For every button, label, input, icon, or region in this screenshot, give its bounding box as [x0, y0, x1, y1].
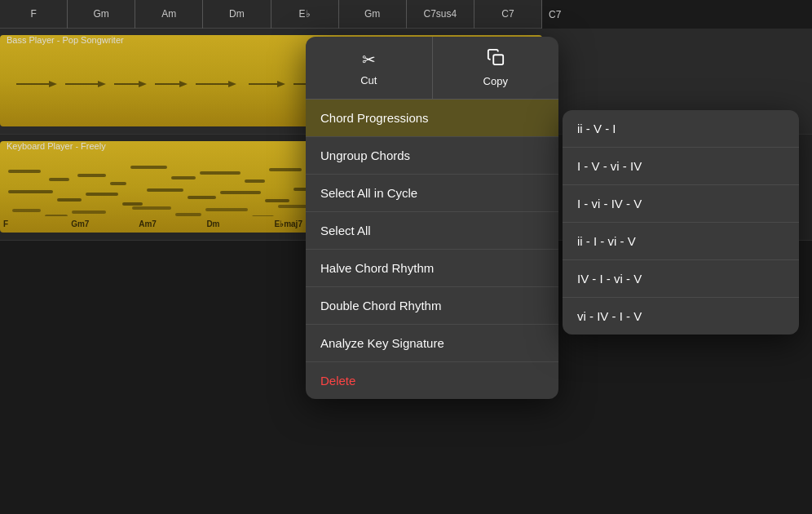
kb-chord-am7: Am7	[135, 219, 203, 228]
menu-item-double-chord-rhythm[interactable]: Double Chord Rhythm	[306, 287, 558, 325]
submenu-label-5: IV - I - vi - V	[577, 272, 642, 286]
ungroup-chords-label: Ungroup Chords	[320, 148, 410, 162]
kb-chord-dm: Dm	[203, 219, 271, 228]
submenu-label-4: ii - I - vi - V	[577, 234, 636, 248]
chord-progressions-label: Chord Progressions	[320, 111, 429, 125]
submenu-item-1[interactable]: ii - V - I	[563, 110, 799, 148]
submenu-item-2[interactable]: I - V - vi - IV	[563, 148, 799, 185]
kb-chord-f: F	[0, 219, 68, 228]
menu-item-chord-progressions[interactable]: Chord Progressions	[306, 100, 558, 137]
bass-track-label: Bass Player - Pop Songwriter	[7, 35, 124, 45]
chord-gm: Gm	[68, 0, 135, 29]
svg-rect-39	[188, 196, 216, 199]
svg-rect-40	[220, 191, 261, 194]
menu-item-select-all-in-cycle[interactable]: Select All in Cycle	[306, 175, 558, 212]
svg-rect-37	[122, 202, 143, 206]
keyboard-track-label: Keyboard Player - Freely	[7, 141, 106, 151]
submenu-item-4[interactable]: ii - I - vi - V	[563, 223, 799, 260]
chord-am: Am	[135, 0, 203, 29]
copy-svg-icon	[487, 48, 505, 66]
cut-button[interactable]: ✂ Cut	[306, 37, 433, 99]
chord-dm: Dm	[203, 0, 271, 29]
submenu-label-3: I - vi - IV - V	[577, 197, 642, 210]
menu-top-row: ✂ Cut Copy	[306, 37, 558, 100]
halve-chord-rhythm-label: Halve Chord Rhythm	[320, 261, 434, 275]
copy-button[interactable]: Copy	[433, 37, 559, 99]
svg-rect-43	[12, 209, 41, 212]
chord-c7: C7	[474, 0, 542, 29]
select-all-label: Select All	[320, 224, 371, 237]
svg-marker-1	[49, 81, 57, 87]
chord-progressions-submenu: ii - V - I I - V - vi - IV I - vi - IV -…	[563, 110, 799, 335]
submenu-item-5[interactable]: IV - I - vi - V	[563, 260, 799, 298]
double-chord-rhythm-label: Double Chord Rhythm	[320, 299, 441, 312]
menu-item-ungroup-chords[interactable]: Ungroup Chords	[306, 137, 558, 175]
menu-item-select-all[interactable]: Select All	[306, 212, 558, 250]
svg-rect-30	[200, 171, 241, 175]
svg-marker-3	[98, 81, 106, 87]
menu-item-analyze-key-signature[interactable]: Analyze Key Signature	[306, 325, 558, 362]
submenu-label-6: vi - IV - I - V	[577, 309, 642, 323]
svg-rect-44	[45, 215, 68, 216]
chord-c7-overflow: C7	[542, 0, 561, 29]
menu-item-halve-chord-rhythm[interactable]: Halve Chord Rhythm	[306, 250, 558, 287]
submenu-item-3[interactable]: I - vi - IV - V	[563, 185, 799, 223]
svg-rect-29	[171, 176, 196, 179]
submenu-label-1: ii - V - I	[577, 122, 616, 135]
svg-rect-53	[493, 55, 503, 64]
copy-icon	[487, 48, 505, 70]
copy-label: Copy	[483, 75, 508, 87]
delete-label: Delete	[320, 374, 355, 388]
svg-rect-26	[77, 174, 106, 177]
menu-item-delete[interactable]: Delete	[306, 362, 558, 399]
svg-rect-27	[110, 182, 126, 185]
chord-gm2: Gm	[339, 0, 407, 29]
chord-eb: E♭	[271, 0, 339, 29]
svg-rect-36	[86, 193, 118, 196]
svg-rect-45	[72, 210, 106, 214]
svg-rect-24	[8, 170, 41, 173]
svg-rect-49	[205, 208, 248, 211]
chord-f: F	[0, 0, 68, 29]
svg-marker-11	[277, 81, 285, 87]
cut-label: Cut	[360, 74, 377, 86]
context-menu: ✂ Cut Copy Chord Progressions Ungroup Ch…	[306, 37, 558, 399]
svg-rect-47	[132, 206, 171, 210]
timeline-bar: F Gm Am Dm E♭ Gm C7sus4 C7	[0, 0, 542, 29]
select-all-in-cycle-label: Select All in Cycle	[320, 186, 417, 200]
svg-rect-32	[269, 168, 302, 171]
svg-rect-41	[265, 199, 289, 202]
svg-marker-9	[228, 81, 236, 87]
submenu-label-2: I - V - vi - IV	[577, 159, 642, 173]
svg-rect-28	[130, 166, 167, 169]
chord-c7sus4: C7sus4	[407, 0, 474, 29]
svg-rect-25	[49, 178, 69, 181]
submenu-item-6[interactable]: vi - IV - I - V	[563, 298, 799, 335]
svg-rect-31	[245, 179, 265, 183]
kb-chord-gm7: Gm7	[68, 219, 135, 228]
svg-rect-48	[175, 213, 201, 216]
svg-rect-34	[8, 190, 53, 193]
cut-icon: ✂	[362, 50, 376, 69]
svg-rect-38	[147, 188, 183, 192]
analyze-key-signature-label: Analyze Key Signature	[320, 336, 444, 350]
svg-rect-35	[57, 198, 82, 202]
svg-rect-50	[252, 215, 274, 216]
svg-marker-7	[179, 81, 188, 87]
svg-marker-5	[139, 81, 147, 87]
